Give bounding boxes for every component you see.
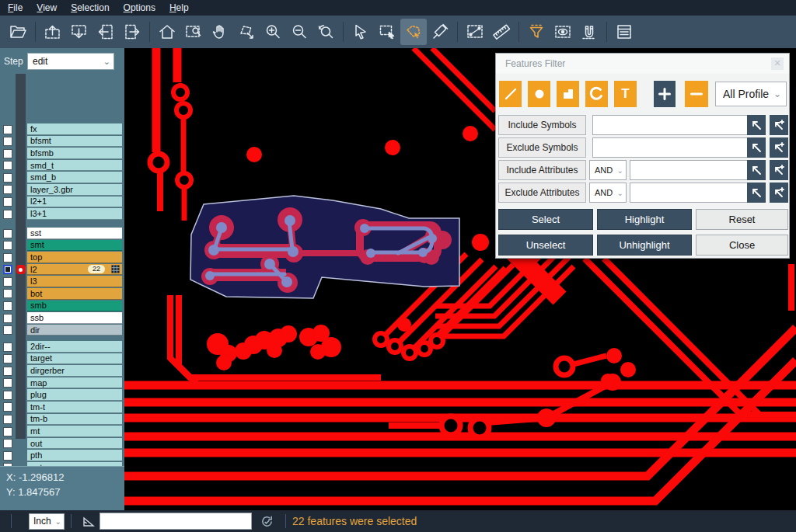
include-attributes-input[interactable] (630, 160, 755, 180)
menu-help[interactable]: Help (169, 2, 189, 13)
layer-name[interactable]: ssb (27, 312, 122, 324)
layer-grid-icon[interactable] (111, 265, 120, 273)
layer-checkbox[interactable] (3, 149, 12, 158)
layer-checkbox[interactable] (3, 354, 12, 363)
pick-add-attribute-icon[interactable] (770, 160, 788, 180)
layer-row[interactable]: 2dir-- (0, 341, 124, 353)
layer-row[interactable]: ssb (0, 312, 124, 325)
layer-row[interactable]: pth (0, 450, 124, 462)
select-button[interactable]: Select (498, 209, 593, 230)
reset-button[interactable]: Reset (696, 209, 788, 230)
layer-row[interactable]: l3 (0, 276, 124, 288)
layer-name[interactable]: sst (27, 228, 122, 239)
include-attributes-button[interactable]: Include Attributes (498, 160, 586, 180)
polygon-select-icon[interactable] (400, 19, 427, 45)
layer-name[interactable]: smb (27, 301, 122, 312)
layer-checkbox[interactable] (3, 197, 12, 207)
layer-name[interactable]: top (27, 252, 122, 263)
layer-row[interactable]: fx (0, 123, 124, 136)
layer-row[interactable]: sst (0, 228, 124, 240)
exclude-symbols-button[interactable]: Exclude Symbols (498, 137, 586, 158)
exclude-attributes-operator-select[interactable]: AND ⌄ (589, 183, 627, 203)
clean-brush-icon[interactable] (427, 19, 453, 45)
layer-name[interactable]: tm-b (27, 414, 122, 426)
unit-select[interactable]: Inch ⌄ (29, 513, 65, 530)
snap-magnet-icon[interactable] (576, 19, 602, 45)
layer-checkbox[interactable] (3, 301, 12, 311)
zoom-previous-icon[interactable] (312, 19, 339, 45)
dialog-titlebar[interactable]: Features Filter ✕ (496, 54, 789, 74)
layer-name[interactable]: pth (27, 450, 122, 461)
layer-name[interactable]: l3 (27, 276, 122, 287)
unselect-button[interactable]: Unselect (498, 235, 593, 256)
add-mode-button[interactable] (654, 81, 676, 107)
layer-name[interactable]: bot (27, 288, 122, 300)
layer-row[interactable]: plug (0, 389, 124, 402)
close-icon[interactable]: ✕ (771, 57, 784, 70)
menu-file[interactable]: File (8, 2, 23, 13)
pan-left-icon[interactable] (93, 19, 119, 45)
layer-name[interactable]: l3+1 (27, 208, 122, 220)
pick-symbol-icon[interactable] (747, 115, 766, 135)
command-input[interactable] (100, 513, 252, 530)
text-feature-button[interactable]: T (614, 81, 637, 107)
pick-add-symbol-icon[interactable] (770, 115, 788, 135)
layer-name[interactable]: l2+1 (27, 196, 122, 208)
layer-name[interactable]: layer_3.gbr (27, 184, 122, 196)
pan-hand-icon[interactable] (207, 19, 233, 45)
layer-name[interactable]: target (27, 353, 122, 365)
pan-right-icon[interactable] (119, 19, 145, 45)
layer-name[interactable]: out (27, 438, 122, 450)
exclude-symbols-input[interactable] (592, 137, 755, 158)
layer-checkbox[interactable] (3, 402, 12, 412)
pick-symbol-icon[interactable] (747, 137, 766, 158)
layer-checkbox[interactable] (3, 289, 12, 298)
layer-name[interactable]: smt (27, 240, 122, 252)
layer-checkbox[interactable] (3, 173, 12, 183)
open-folder-icon[interactable] (5, 19, 31, 45)
ruler-icon[interactable] (488, 19, 515, 45)
layer-row[interactable]: out (0, 438, 124, 450)
layer-row[interactable]: map (0, 377, 124, 390)
measure-line-icon[interactable] (462, 19, 488, 45)
arc-feature-button[interactable] (585, 81, 608, 107)
include-attributes-operator-select[interactable]: AND ⌄ (589, 160, 627, 180)
layer-checkbox[interactable] (3, 342, 12, 352)
layer-name[interactable]: tm-t (27, 402, 122, 413)
zoom-in-icon[interactable] (260, 19, 286, 45)
layer-name[interactable]: bfsmt (27, 136, 122, 148)
layer-row[interactable]: mt (0, 426, 124, 438)
layer-row[interactable]: smd_b (0, 172, 124, 184)
layer-checkbox[interactable] (3, 314, 12, 323)
layer-checkbox[interactable] (3, 367, 12, 376)
layer-name[interactable]: l222 (27, 264, 122, 276)
layer-checkbox[interactable] (3, 439, 12, 448)
pick-attribute-icon[interactable] (747, 183, 766, 203)
layer-name[interactable]: dirgerber (27, 365, 122, 377)
layer-checkbox[interactable] (3, 415, 12, 424)
step-select[interactable]: edit ⌄ (27, 53, 114, 70)
layer-row[interactable]: l222 (0, 264, 124, 276)
layer-row[interactable]: top (0, 252, 124, 264)
layer-row[interactable]: smd_t (0, 160, 124, 172)
layer-row[interactable]: tm-t (0, 402, 124, 414)
layer-checkbox[interactable] (3, 229, 12, 238)
view-options-icon[interactable] (550, 19, 576, 45)
layer-name[interactable]: mt (27, 426, 122, 437)
layer-row[interactable]: dir (0, 325, 124, 337)
layer-checkbox[interactable] (3, 277, 12, 287)
layer-row[interactable]: smt (0, 240, 124, 252)
zoom-out-icon[interactable] (286, 19, 312, 45)
refresh-icon[interactable] (260, 514, 274, 529)
layer-name[interactable]: dir (27, 325, 122, 336)
close-button[interactable]: Close (696, 235, 788, 256)
layer-row[interactable]: bfsmb (0, 148, 124, 160)
layer-checkbox[interactable] (3, 185, 12, 194)
layer-checkbox[interactable] (3, 125, 12, 134)
remove-mode-button[interactable] (685, 81, 708, 107)
line-feature-button[interactable] (499, 81, 522, 107)
layer-row[interactable]: target (0, 353, 124, 366)
pan-down-icon[interactable] (66, 19, 93, 45)
unhighlight-button[interactable]: Unhighlight (597, 235, 692, 256)
layer-checkbox[interactable] (3, 241, 12, 250)
